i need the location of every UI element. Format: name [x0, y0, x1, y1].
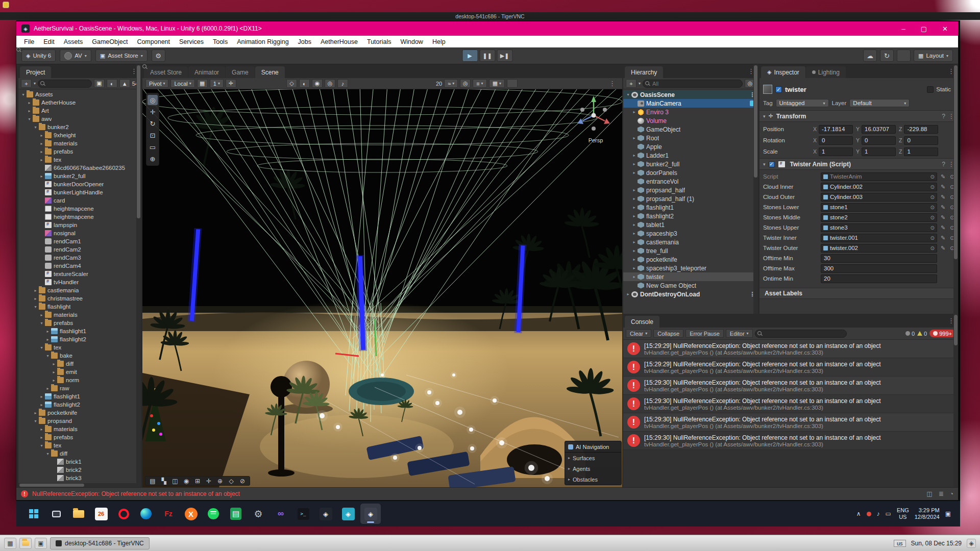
help-icon[interactable]: ?	[942, 161, 945, 168]
filezilla-button[interactable]: Fz	[158, 504, 179, 524]
notification-icon[interactable]: ▣	[945, 510, 951, 517]
project-item[interactable]: 66cd606676aabee2660235	[18, 164, 141, 172]
x-field[interactable]: -17.1814	[819, 125, 853, 134]
tray-icon[interactable]: ◈	[967, 539, 976, 548]
edit-icon[interactable]: ✎	[940, 194, 946, 201]
project-item[interactable]: ▾ tex	[18, 441, 141, 449]
disclosure-arrow-icon[interactable]: ▸	[631, 214, 637, 218]
hierarchy-item[interactable]: ▸ tablet1	[623, 220, 758, 229]
edit-icon[interactable]: ✎	[940, 173, 946, 180]
project-item[interactable]: ▾ awv	[18, 115, 141, 123]
projection-label[interactable]: Persp	[580, 137, 611, 143]
asset-store-button[interactable]: ▣Asset Store▾	[95, 49, 148, 62]
play-button[interactable]: ▶	[462, 49, 478, 62]
disclosure-arrow-icon[interactable]: ▸	[45, 337, 51, 342]
disclosure-arrow-icon[interactable]: ▸	[631, 153, 637, 158]
taskbar-clock[interactable]: 3:29 PM12/8/2024	[915, 507, 940, 520]
hierarchy-search-input[interactable]	[643, 80, 743, 88]
keyboard-layout[interactable]: us	[894, 540, 906, 547]
hierarchy-item[interactable]: ▸ doorPanels	[623, 168, 758, 177]
menu-item[interactable]: GameObject	[87, 37, 132, 46]
xampp-button[interactable]: X	[181, 504, 201, 524]
scene-panel-menu[interactable]: ⋮	[605, 80, 619, 87]
rect-tool-icon[interactable]: ▭	[148, 142, 158, 152]
y-field[interactable]: 16.03707	[862, 125, 896, 134]
pause-button[interactable]: ❚❚	[479, 49, 495, 62]
edit-icon[interactable]: ✎	[940, 245, 946, 252]
disclosure-arrow-icon[interactable]: ▸	[45, 386, 51, 391]
layout-dropdown[interactable]: ▦Layout▾	[914, 49, 953, 62]
disclosure-arrow-icon[interactable]: ▸	[631, 274, 637, 279]
disclosure-arrow-icon[interactable]: ▸	[39, 174, 44, 179]
hierarchy-item[interactable]: ▸ tree_full	[623, 246, 758, 255]
hierarchy-item[interactable]: Volume	[623, 116, 758, 125]
hierarchy-item[interactable]: ▸ Ladder1	[623, 151, 758, 160]
rotate-tool-icon[interactable]: ↻	[148, 118, 158, 129]
clear-button[interactable]: Clear▾	[626, 329, 651, 338]
project-item[interactable]: lampspin	[18, 221, 141, 229]
disclosure-arrow-icon[interactable]: ▸	[39, 427, 44, 432]
disclosure-arrow-icon[interactable]: ▸	[631, 248, 637, 253]
object-picker-icon[interactable]: ⊙	[930, 225, 935, 231]
edge-button[interactable]	[136, 504, 156, 524]
tab-inspector[interactable]: ◈Inspector	[761, 66, 805, 78]
host-files-button[interactable]	[19, 538, 32, 549]
unity-title-bar[interactable]: ◈ AetherSurvival - OasisScene - Windows,…	[16, 21, 958, 36]
recording-icon[interactable]	[867, 512, 871, 516]
disclosure-arrow-icon[interactable]: ▾	[625, 92, 631, 97]
project-item[interactable]: bunkerLightHandle	[18, 188, 141, 196]
disclosure-arrow-icon[interactable]: ▸	[631, 240, 637, 244]
inspector-vscrollbar[interactable]	[953, 64, 958, 314]
warning-count[interactable]: 0	[917, 331, 927, 337]
disclosure-arrow-icon[interactable]: ▸	[631, 136, 637, 140]
status-bar[interactable]: NullReferenceException: Object reference…	[16, 487, 958, 500]
filter-type-icon[interactable]: ▣	[94, 79, 105, 88]
project-item[interactable]: ▾ bunker2	[18, 123, 141, 131]
disclosure-arrow-icon[interactable]: ▸	[631, 162, 637, 166]
disclosure-arrow-icon[interactable]: ▾	[33, 125, 38, 130]
tab-hierarchy[interactable]: Hierarchy	[625, 66, 663, 78]
active-checkbox[interactable]	[775, 86, 782, 93]
object-field[interactable]: stone3 ⊙	[821, 223, 937, 232]
grid-snap-icon[interactable]: ▦	[197, 79, 208, 88]
tab-project[interactable]: Project	[20, 66, 51, 78]
hierarchy-item[interactable]: ▸ castlemania	[623, 238, 758, 246]
error-count[interactable]: 999+	[929, 330, 955, 337]
disclosure-arrow-icon[interactable]: ▸	[631, 196, 637, 201]
prefab-icon[interactable]: ◇	[226, 478, 236, 485]
unity-hub-button[interactable]: ◈	[315, 504, 336, 524]
tag-dropdown[interactable]: Untagged▾	[776, 99, 829, 107]
tab-lighting[interactable]: Lighting	[806, 66, 846, 78]
view-tab[interactable]: Asset Store	[144, 66, 188, 78]
create-object-button[interactable]: +	[626, 79, 636, 88]
minimize-button[interactable]: –	[902, 25, 905, 33]
z-field[interactable]: 0	[904, 136, 938, 145]
project-item[interactable]: ▸ christmastree	[18, 294, 141, 303]
disclosure-arrow-icon[interactable]: ▸	[33, 411, 38, 415]
collapse-button[interactable]: Collapse	[653, 329, 683, 338]
object-field[interactable]: stone2 ⊙	[821, 213, 937, 222]
hierarchy-item[interactable]: ▸ bunker2_full	[623, 160, 758, 168]
hierarchy-item[interactable]: ▸ Root	[623, 134, 758, 142]
tool-settings-icon[interactable]: ✛	[226, 79, 236, 88]
disclosure-arrow-icon[interactable]: ▸	[39, 149, 44, 154]
console-entry[interactable]: [15:29:30] NullReferenceException: Objec…	[623, 377, 958, 395]
hierarchy-item[interactable]: entranceVol	[623, 177, 758, 186]
maximize-button[interactable]: ▢	[921, 25, 927, 33]
script-component-header[interactable]: ▾ Twister Anim (Script) ?⋮	[760, 158, 958, 170]
transform-component-header[interactable]: ▾✛ Transform ?⋮	[760, 110, 958, 122]
task-view-button[interactable]	[46, 504, 66, 524]
disclosure-arrow-icon[interactable]: ▾	[33, 419, 38, 423]
y-field[interactable]: 0	[862, 136, 896, 145]
number-field[interactable]: 30	[821, 254, 937, 263]
edit-icon[interactable]: ✎	[940, 224, 946, 231]
hierarchy-item[interactable]: Apple	[623, 142, 758, 151]
disclosure-arrow-icon[interactable]: ▾	[27, 117, 32, 121]
menu-item[interactable]: Edit	[39, 37, 59, 46]
host-clock[interactable]: Sun, 08 Dec 15:29	[911, 540, 962, 547]
services-gear-icon[interactable]: ⚙	[152, 49, 165, 62]
sphere-icon[interactable]: ◉	[181, 478, 191, 485]
search-icon[interactable]	[897, 49, 911, 62]
hierarchy-item[interactable]: ▸ pocketknife	[623, 255, 758, 264]
x-field[interactable]: 0	[819, 136, 853, 145]
